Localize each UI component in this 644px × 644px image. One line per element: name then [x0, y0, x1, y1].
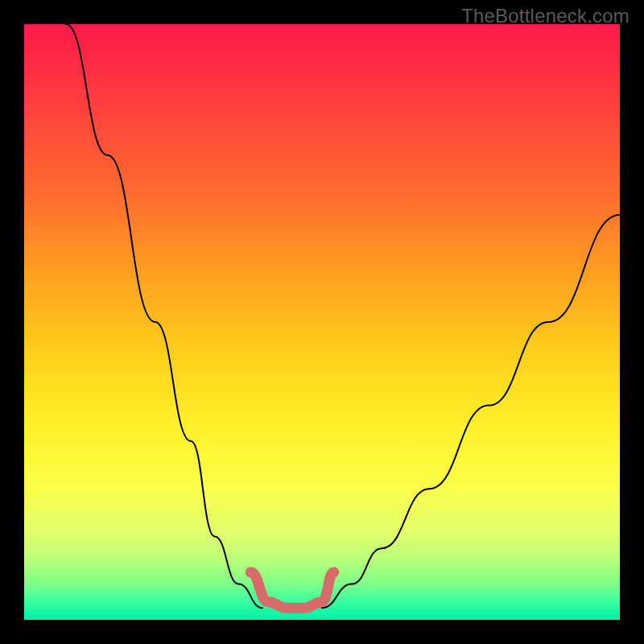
left-curve: [66, 24, 262, 608]
curves-svg: [24, 24, 620, 620]
right-curve: [322, 215, 620, 608]
plot-area: [24, 24, 620, 620]
trough-accent-curve: [250, 572, 334, 608]
watermark-text: TheBottleneck.com: [461, 5, 630, 27]
chart-frame: TheBottleneck.com: [0, 0, 644, 644]
